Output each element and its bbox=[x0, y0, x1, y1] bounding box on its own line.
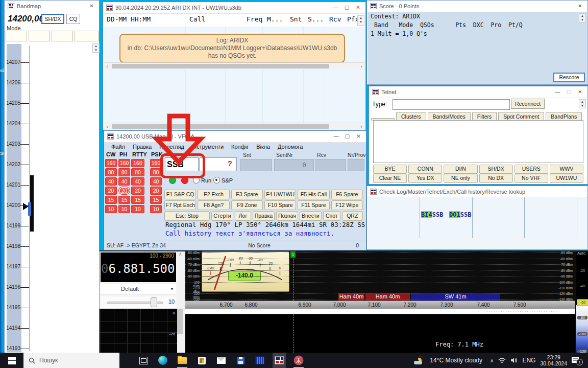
n1mm-logger-button[interactable] bbox=[273, 353, 286, 368]
close-icon[interactable]: ✕ bbox=[576, 87, 584, 97]
telnet-tab[interactable]: BandPlans bbox=[546, 112, 582, 121]
band-button[interactable]: 10 bbox=[105, 205, 117, 213]
function-key-button[interactable]: F4 UW1WU bbox=[264, 190, 296, 199]
notification-center-button[interactable]: 1 bbox=[572, 356, 581, 364]
log-titlebar[interactable]: 30.04.2024 20:29:25Z ARI DX INT - UW1WU.… bbox=[103, 2, 365, 14]
sp-radio[interactable]: S&P bbox=[213, 177, 233, 183]
close-icon[interactable]: ✕ bbox=[354, 3, 362, 13]
menu-item[interactable]: Конфіг bbox=[231, 144, 249, 150]
action-button[interactable]: Внести bbox=[300, 211, 322, 221]
telnet-type-input[interactable] bbox=[393, 99, 510, 110]
check-titlebar[interactable]: Check Log/Master/Telnet/Exch/Call histor… bbox=[367, 186, 587, 198]
task-view-button[interactable] bbox=[137, 353, 150, 368]
bandmap-spinner[interactable]: ▲▼ bbox=[92, 43, 100, 53]
axis-tick-label[interactable]: 7.300 bbox=[440, 302, 453, 308]
band-button[interactable]: 10 bbox=[150, 205, 162, 213]
taskbar-clock[interactable]: 23:2930.04.2024 bbox=[540, 354, 567, 366]
telnet-button[interactable]: WWV bbox=[550, 165, 583, 174]
axis-tick-label[interactable]: 6.700 bbox=[219, 302, 232, 308]
log-column-header[interactable]: S... bbox=[308, 15, 324, 23]
band-button[interactable]: 15 bbox=[118, 196, 130, 204]
telnet-button[interactable]: No DX bbox=[479, 174, 513, 183]
spectrum-scrollbar[interactable]: ········································… bbox=[185, 309, 575, 314]
score-spinner[interactable]: ▲▼ bbox=[579, 13, 586, 22]
edge-browser-button[interactable] bbox=[156, 353, 169, 368]
telnet-button[interactable]: No VHF bbox=[514, 174, 548, 183]
function-key-button[interactable]: F11 Spare bbox=[298, 200, 329, 210]
band-button[interactable]: 160 bbox=[105, 159, 117, 167]
spectrum-app-button[interactable] bbox=[253, 353, 266, 368]
action-button[interactable]: Познач bbox=[276, 211, 298, 221]
log-column-header[interactable]: Rcv bbox=[329, 15, 341, 23]
band-button[interactable]: 40 bbox=[150, 177, 162, 186]
action-button[interactable]: QRZ bbox=[342, 211, 363, 221]
action-button[interactable]: Лог bbox=[235, 211, 251, 221]
bandmap-mode-field-3[interactable] bbox=[52, 31, 73, 41]
function-key-button[interactable]: F7 Rpt Exch bbox=[164, 200, 196, 210]
axis-tick-label[interactable]: 7.100 bbox=[368, 302, 380, 308]
band-button[interactable]: 80 bbox=[118, 168, 130, 176]
telnet-tab[interactable]: Clusters bbox=[396, 112, 426, 121]
function-key-button[interactable]: F3 Spare bbox=[231, 190, 263, 199]
logger-save-button[interactable] bbox=[234, 353, 247, 368]
reconnect-button[interactable]: Reconnect bbox=[511, 99, 545, 109]
axis-tick-label[interactable]: 7.400 bbox=[477, 302, 489, 308]
bandmap-mode-field-1[interactable] bbox=[6, 31, 27, 41]
menu-item[interactable]: Вікна bbox=[256, 144, 270, 150]
band-button[interactable]: 20 bbox=[131, 187, 144, 195]
axis-tick-label[interactable]: 6.900 bbox=[298, 302, 311, 308]
sdr-preset-dropdown[interactable]: Default ▼ bbox=[101, 284, 176, 294]
sdr-frequency-display[interactable]: 100 - 2900 06.881.500 bbox=[101, 252, 176, 282]
check-call[interactable]: BI4SSB bbox=[421, 211, 443, 218]
action-button[interactable]: Правка bbox=[253, 211, 275, 221]
taskbar-search[interactable]: Пошук bbox=[23, 353, 119, 368]
band-button[interactable]: 40 bbox=[105, 177, 117, 186]
waterfall-display[interactable]: Freq: 7.1 MHz bbox=[185, 314, 575, 353]
telnet-button[interactable]: USERS bbox=[514, 165, 548, 174]
band-button[interactable]: 80 bbox=[105, 168, 117, 176]
start-button[interactable] bbox=[0, 353, 23, 368]
action-button[interactable]: Спот bbox=[323, 211, 340, 221]
speaker-icon[interactable] bbox=[510, 357, 518, 363]
log-column-header[interactable]: M... bbox=[267, 15, 283, 23]
band-button[interactable]: 160 bbox=[131, 159, 144, 167]
function-key-button[interactable]: F2 Exch bbox=[198, 190, 229, 199]
axis-tick-label[interactable]: 6.800 bbox=[244, 302, 257, 308]
minimize-icon[interactable]: — bbox=[553, 87, 562, 97]
tray-chevron-icon[interactable]: ∧ bbox=[490, 358, 494, 363]
axis-tick-label[interactable]: 7.200 bbox=[403, 302, 416, 308]
function-key-button[interactable]: F10 Spare bbox=[264, 200, 296, 210]
function-key-button[interactable]: F12 Wipe bbox=[331, 200, 363, 210]
nrprov-field[interactable] bbox=[348, 159, 364, 171]
auto-label[interactable]: Auto bbox=[577, 251, 585, 255]
log-column-header[interactable]: DD-MM HH:MM bbox=[107, 15, 151, 23]
sentnr-field[interactable]: 0 bbox=[274, 159, 314, 171]
menu-item[interactable]: Файл bbox=[111, 144, 125, 150]
telnet-button[interactable]: DI/N bbox=[444, 165, 477, 174]
action-button[interactable]: Стерти bbox=[211, 211, 233, 221]
telnet-tab[interactable]: Filters bbox=[472, 112, 497, 121]
maximize-icon[interactable]: ▢ bbox=[565, 87, 573, 97]
weather-icon[interactable] bbox=[414, 356, 425, 364]
volume-slider-handle[interactable] bbox=[151, 297, 157, 307]
ms-store-button[interactable] bbox=[195, 353, 208, 368]
snt-field[interactable] bbox=[240, 159, 272, 171]
telnet-button[interactable]: Yes DX bbox=[408, 174, 442, 183]
band-button[interactable]: 40 bbox=[118, 177, 130, 186]
band-button[interactable]: 10 bbox=[131, 205, 144, 213]
log-hscrollbar-lower[interactable]: ‹› bbox=[104, 123, 365, 130]
function-key-button[interactable]: F5 His Call bbox=[298, 190, 329, 199]
rescore-button[interactable]: Rescore bbox=[553, 73, 585, 82]
close-icon[interactable]: ✕ bbox=[354, 131, 363, 142]
minimize-icon[interactable]: — bbox=[332, 131, 340, 142]
bandmap-titlebar[interactable]: Bandmap ✕ bbox=[5, 1, 99, 12]
log-hscrollbar-upper[interactable]: ‹› bbox=[104, 62, 365, 70]
sdr-app-button[interactable] bbox=[292, 353, 305, 368]
entry-titlebar[interactable]: 14200,00 USB Manual - VFO A — ▢ ✕ bbox=[104, 131, 366, 143]
telnet-spinner[interactable]: ▲▼ bbox=[579, 99, 586, 108]
close-icon[interactable]: ✕ bbox=[87, 1, 96, 11]
vertical-scrollbar[interactable] bbox=[177, 309, 183, 334]
log-spinner[interactable]: ▲▼ bbox=[357, 15, 364, 26]
menu-item[interactable]: Допомога bbox=[278, 144, 303, 150]
telnet-output-area[interactable] bbox=[373, 120, 583, 163]
